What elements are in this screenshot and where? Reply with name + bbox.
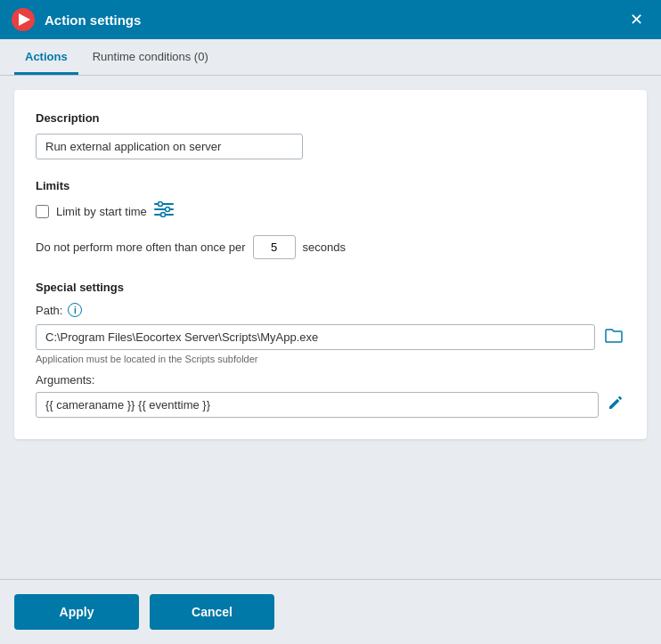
- svg-point-6: [165, 208, 169, 212]
- svg-point-7: [160, 213, 165, 217]
- frequency-input[interactable]: [253, 235, 296, 259]
- frequency-text-before: Do not perform more often than once per: [36, 240, 246, 254]
- limits-section: Limits Limit by start time: [36, 179, 625, 259]
- tab-actions[interactable]: Actions: [14, 39, 78, 75]
- sliders-icon[interactable]: [154, 201, 174, 221]
- frequency-row: Do not perform more often than once per …: [36, 235, 625, 259]
- arguments-label: Arguments:: [36, 373, 625, 387]
- footer: Apply Cancel: [0, 579, 661, 644]
- close-button[interactable]: ✕: [623, 8, 650, 31]
- apply-button[interactable]: Apply: [14, 594, 139, 630]
- special-settings-label: Special settings: [36, 281, 625, 294]
- cancel-button[interactable]: Cancel: [150, 594, 274, 630]
- path-input[interactable]: [36, 324, 595, 350]
- tab-runtime-conditions[interactable]: Runtime conditions (0): [82, 39, 219, 75]
- path-info-icon[interactable]: i: [68, 303, 82, 317]
- limit-start-time-row: Limit by start time: [36, 201, 625, 221]
- description-input[interactable]: [36, 134, 303, 159]
- title-bar: Action settings ✕: [0, 0, 661, 39]
- path-input-row: [36, 324, 625, 350]
- limit-start-time-label[interactable]: Limit by start time: [56, 205, 147, 218]
- arguments-row: [36, 392, 625, 418]
- svg-point-5: [158, 202, 162, 207]
- description-section-label: Description: [36, 111, 625, 125]
- limit-start-time-checkbox[interactable]: [36, 205, 49, 218]
- special-settings-section: Special settings Path: i Application mus…: [36, 281, 625, 418]
- browse-folder-button[interactable]: [602, 324, 625, 350]
- app-logo-icon: [11, 7, 36, 32]
- path-hint: Application must be located in the Scrip…: [36, 354, 625, 364]
- path-label-row: Path: i: [36, 303, 625, 317]
- limits-section-label: Limits: [36, 179, 625, 192]
- edit-arguments-button[interactable]: [606, 393, 625, 417]
- settings-card: Description Limits Limit by start time: [14, 90, 647, 439]
- dialog-title: Action settings: [45, 12, 623, 28]
- frequency-text-after: seconds: [303, 240, 346, 254]
- dialog: Action settings ✕ Actions Runtime condit…: [0, 0, 661, 644]
- arguments-input[interactable]: [36, 392, 599, 418]
- content-area: Description Limits Limit by start time: [0, 76, 661, 579]
- tabs-bar: Actions Runtime conditions (0): [0, 39, 661, 76]
- path-label: Path:: [36, 304, 62, 317]
